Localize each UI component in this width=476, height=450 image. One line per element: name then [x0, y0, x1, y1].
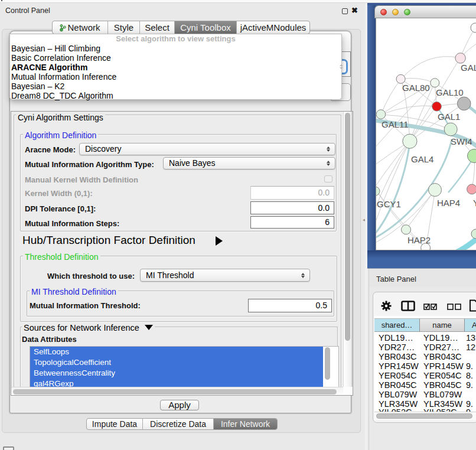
svg-text:GCY1: GCY1: [377, 199, 401, 209]
svg-text:GAL7: GAL7: [461, 63, 476, 73]
svg-text:GAL11: GAL11: [382, 119, 409, 129]
svg-text:SWI4: SWI4: [451, 136, 472, 146]
svg-text:GAL1: GAL1: [438, 112, 460, 122]
svg-text:GAL80: GAL80: [402, 83, 430, 93]
svg-text:Y: Y: [473, 198, 476, 208]
svg-text:HAP2: HAP2: [407, 235, 431, 245]
svg-text:GAL10: GAL10: [436, 87, 464, 97]
svg-text:HAP4: HAP4: [437, 198, 460, 208]
svg-text:GAL4: GAL4: [411, 154, 433, 164]
